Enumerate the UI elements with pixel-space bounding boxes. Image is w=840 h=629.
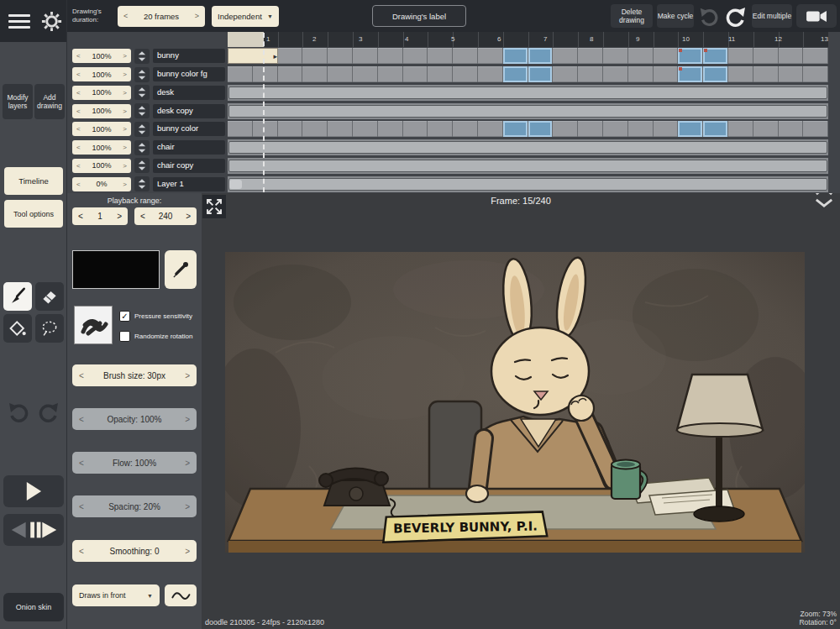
layer-reorder-control[interactable]	[134, 103, 150, 118]
layer-track[interactable]	[228, 139, 828, 155]
frame-cell[interactable]	[603, 66, 628, 82]
brush-size-decrease[interactable]: <	[79, 371, 84, 380]
layer-opacity-stepper[interactable]: < 100% >	[72, 104, 131, 118]
frame-cell[interactable]	[378, 66, 403, 82]
brush-stamp-preview[interactable]	[74, 306, 113, 344]
drawing-extend-arrow[interactable]: ▸	[273, 52, 277, 60]
range-end-increase[interactable]: >	[186, 212, 191, 221]
frame-cell[interactable]	[453, 66, 478, 82]
layer-name[interactable]: bunny color fg	[153, 67, 225, 81]
frame-cell[interactable]	[603, 121, 628, 137]
range-end-decrease[interactable]: <	[140, 212, 145, 221]
layer-track[interactable]: ▸	[228, 48, 828, 64]
layer-opacity-stepper[interactable]: < 100% >	[72, 140, 131, 155]
smoothing-decrease[interactable]: <	[79, 547, 84, 556]
opacity-decrease[interactable]: <	[76, 52, 81, 60]
redo-icon[interactable]	[37, 400, 60, 423]
layer-opacity-stepper[interactable]: < 100% >	[72, 159, 131, 173]
frame-cell[interactable]	[803, 121, 828, 137]
duration-stepper[interactable]: < 20 frames >	[118, 6, 205, 27]
opacity-stepper[interactable]: < Opacity: 100% >	[72, 408, 197, 430]
frame-cell[interactable]	[378, 48, 403, 64]
opacity-decrease[interactable]: <	[76, 89, 81, 97]
frame-cell[interactable]	[503, 48, 528, 64]
flow-decrease[interactable]: <	[79, 459, 84, 468]
frame-cell[interactable]	[728, 121, 753, 137]
opacity-increase[interactable]: >	[123, 71, 127, 78]
spacing-stepper[interactable]: < Spacing: 20% >	[72, 495, 197, 517]
layer-opacity-stepper[interactable]: < 100% >	[72, 122, 131, 136]
frame-cell[interactable]	[553, 66, 578, 82]
range-end-stepper[interactable]: < 240 >	[134, 207, 197, 225]
frame-cell[interactable]	[403, 48, 428, 64]
frame-cell[interactable]	[328, 121, 353, 137]
frame-cell[interactable]	[403, 66, 428, 82]
frame-cell[interactable]	[228, 121, 253, 137]
settings-gear-icon[interactable]	[40, 10, 63, 33]
drawing-span-bar[interactable]	[228, 178, 827, 191]
opacity-increase[interactable]: >	[185, 415, 190, 424]
frame-cell[interactable]	[478, 121, 503, 137]
drawings-label-button[interactable]: Drawing's label	[372, 5, 466, 27]
frame-cell[interactable]	[803, 66, 828, 82]
pressure-sensitivity-checkbox[interactable]: ✓	[119, 311, 130, 322]
add-drawing-button[interactable]: Add drawing	[34, 84, 65, 119]
frame-cell[interactable]	[453, 121, 478, 137]
frame-cell[interactable]	[453, 48, 478, 64]
frame-step-controls[interactable]	[3, 514, 64, 546]
frame-cell[interactable]	[253, 121, 278, 137]
undo-icon[interactable]	[7, 400, 30, 423]
frame-cell[interactable]	[528, 66, 554, 82]
brush-size-stepper[interactable]: < Brush size: 30px >	[72, 364, 197, 386]
redo-icon[interactable]	[724, 4, 748, 28]
range-start-increase[interactable]: >	[117, 212, 122, 221]
onion-skin-button[interactable]: Onion skin	[3, 593, 64, 621]
frame-cell[interactable]	[278, 121, 303, 137]
frame-cell[interactable]	[478, 66, 503, 82]
frame-cell[interactable]	[553, 48, 578, 64]
opacity-decrease[interactable]: <	[76, 107, 81, 115]
frame-cell[interactable]	[353, 48, 378, 64]
range-start-stepper[interactable]: < 1 >	[72, 207, 128, 225]
frame-cell[interactable]	[728, 66, 753, 82]
frame-cell[interactable]	[603, 48, 628, 64]
frame-cell[interactable]	[503, 66, 528, 82]
camera-button[interactable]	[796, 4, 837, 28]
drawing-canvas[interactable]: BEVERLY BUNNY, P.I.	[225, 252, 805, 553]
frame-cell[interactable]	[528, 121, 554, 137]
frame-cell[interactable]	[678, 48, 703, 64]
frame-cell[interactable]	[628, 121, 654, 137]
layer-name[interactable]: desk	[153, 86, 225, 100]
frame-cell[interactable]	[628, 66, 654, 82]
layer-reorder-control[interactable]	[134, 176, 150, 191]
layer-reorder-control[interactable]	[134, 158, 150, 173]
layer-reorder-control[interactable]	[134, 122, 150, 137]
opacity-decrease[interactable]: <	[76, 125, 81, 133]
opacity-increase[interactable]: >	[123, 125, 127, 133]
frame-cell[interactable]	[253, 66, 278, 82]
frame-cell[interactable]	[753, 121, 779, 137]
layer-reorder-control[interactable]	[134, 49, 150, 64]
opacity-increase[interactable]: >	[123, 89, 127, 97]
frame-ruler[interactable]: 12345678910111213	[228, 32, 828, 47]
frame-cell[interactable]	[278, 66, 303, 82]
frame-cell[interactable]	[328, 48, 353, 64]
prev-drawing-icon[interactable]	[12, 522, 26, 538]
drawing-span-bar[interactable]	[228, 86, 827, 99]
menu-icon[interactable]	[8, 14, 30, 29]
draws-in-front-dropdown[interactable]: Draws in front ▼	[72, 584, 160, 606]
frame-cell[interactable]	[803, 48, 828, 64]
frame-cell[interactable]	[779, 66, 804, 82]
frame-cell[interactable]	[703, 48, 728, 64]
edit-multiple-button[interactable]: Edit multiple	[752, 4, 792, 28]
color-swatch[interactable]	[72, 250, 160, 289]
frame-cell[interactable]	[779, 121, 804, 137]
layer-opacity-stepper[interactable]: < 100% >	[72, 67, 131, 81]
undo-icon[interactable]	[698, 5, 720, 27]
frame-cell[interactable]	[278, 48, 303, 64]
flow-stepper[interactable]: < Flow: 100% >	[72, 452, 197, 474]
frame-cell[interactable]	[654, 66, 679, 82]
lasso-tool-button[interactable]	[35, 314, 64, 343]
timeline-scrollbar-handle[interactable]	[229, 180, 242, 189]
drawing-span-bar[interactable]	[228, 141, 827, 154]
